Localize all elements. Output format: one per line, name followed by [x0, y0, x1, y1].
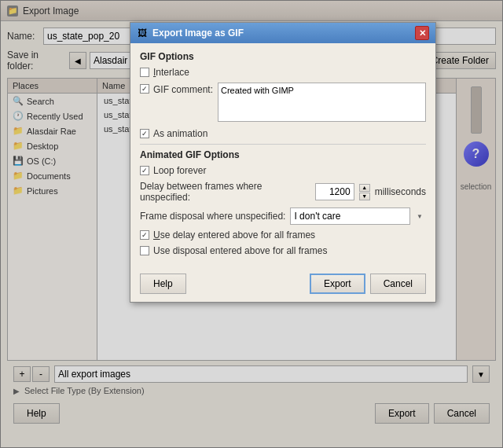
loop-forever-checkbox[interactable]	[140, 166, 149, 175]
disposal-label: Frame disposal where unspecified:	[140, 211, 285, 222]
gif-options-title: GIF Options	[140, 51, 426, 62]
delay-row: Delay between frames where unspecified: …	[140, 181, 426, 203]
gif-comment-checkbox[interactable]	[140, 84, 149, 94]
dialog-buttons: Help Export Cancel	[130, 269, 435, 302]
as-animation-row: As animation	[140, 128, 426, 139]
gif-comment-row: GIF comment: Created with GIMP	[140, 83, 426, 122]
disposal-select[interactable]: I don't care Do not dispose Overwrite wi…	[290, 207, 410, 225]
dialog-titlebar: 🖼 Export Image as GIF ✕	[130, 23, 435, 43]
dialog-titlebar-left: 🖼 Export Image as GIF	[137, 28, 244, 39]
select-arrow-icon: ▼	[417, 213, 423, 220]
export-gif-dialog: 🖼 Export Image as GIF ✕ GIF Options Inte…	[130, 22, 436, 303]
use-disposal-row: Use disposal entered above for all frame…	[140, 245, 426, 256]
as-animation-checkbox[interactable]	[140, 129, 149, 138]
delay-up-btn[interactable]: ▲	[359, 184, 370, 192]
disposal-select-wrapper: I don't care Do not dispose Overwrite wi…	[290, 207, 426, 225]
dialog-body: GIF Options Interlace GIF comment: Creat…	[130, 43, 435, 269]
use-delay-container: Use delay entered above for all frames	[140, 230, 315, 241]
dialog-cancel-btn[interactable]: Cancel	[370, 274, 426, 294]
gif-comment-checkbox-container: GIF comment:	[140, 83, 213, 95]
dialog-export-btn[interactable]: Export	[310, 274, 365, 294]
gif-comment-textarea[interactable]: Created with GIMP	[218, 83, 426, 122]
gimp-icon: 🖼	[137, 28, 148, 39]
interlace-label: Interlace	[153, 67, 189, 78]
as-animation-label: As animation	[153, 128, 207, 139]
interlace-checkbox-container: Interlace	[140, 67, 189, 78]
as-animation-container: As animation	[140, 128, 207, 139]
ms-label: milliseconds	[375, 186, 426, 197]
use-disposal-label: Use disposal entered above for all frame…	[153, 245, 327, 256]
modal-overlay: 🖼 Export Image as GIF ✕ GIF Options Inte…	[0, 0, 503, 448]
delay-down-btn[interactable]: ▼	[359, 193, 370, 200]
dialog-close-btn[interactable]: ✕	[415, 26, 429, 40]
section-divider	[140, 144, 426, 145]
dialog-help-btn[interactable]: Help	[140, 274, 186, 294]
use-delay-label: Use delay entered above for all frames	[153, 230, 315, 241]
use-delay-row: Use delay entered above for all frames	[140, 230, 426, 241]
loop-forever-label: Loop forever	[153, 165, 206, 176]
animated-gif-options-title: Animated GIF Options	[140, 149, 426, 160]
delay-input[interactable]	[315, 183, 354, 200]
dialog-title: Export Image as GIF	[152, 28, 244, 39]
use-disposal-container: Use disposal entered above for all frame…	[140, 245, 327, 256]
loop-forever-row: Loop forever	[140, 165, 426, 176]
delay-spinbox: ▲ ▼	[359, 184, 370, 200]
loop-forever-container: Loop forever	[140, 165, 206, 176]
gif-comment-label: GIF comment:	[153, 84, 213, 95]
interlace-row: Interlace	[140, 67, 426, 78]
disposal-row: Frame disposal where unspecified: I don'…	[140, 207, 426, 225]
interlace-checkbox[interactable]	[140, 68, 149, 77]
use-disposal-checkbox[interactable]	[140, 246, 149, 255]
delay-label: Delay between frames where unspecified:	[140, 181, 310, 203]
use-delay-checkbox[interactable]	[140, 230, 149, 240]
